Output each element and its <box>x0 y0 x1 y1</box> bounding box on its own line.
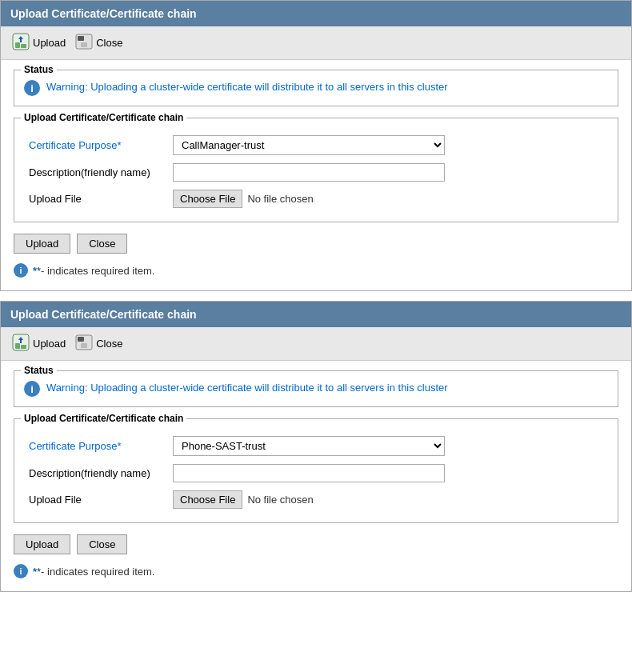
panel-2-bottom-buttons: Upload Close <box>14 534 618 554</box>
panel-2-warning-text: Warning: Uploading a cluster-wide certif… <box>46 381 448 395</box>
description-input-1[interactable] <box>173 163 445 182</box>
panel-1-toolbar: Upload Close <box>1 26 631 60</box>
panel-1-form-box: Upload Certificate/Certificate chain Cer… <box>14 118 618 222</box>
close-toolbar-label-2: Close <box>96 338 122 350</box>
cert-purpose-value-1[interactable]: CallManager-trust CallManager Phone-SAST… <box>168 131 608 159</box>
no-file-text-2: No file chosen <box>247 494 313 506</box>
panel-1-required-note: i **- indicates required item. <box>14 263 618 278</box>
file-row-2: Choose File No file chosen <box>173 490 603 509</box>
description-row-2: Description(friendly name) <box>24 460 608 486</box>
panel-2-form-table: Certificate Purpose CallManager-trust Ca… <box>24 432 608 513</box>
svg-rect-5 <box>78 36 84 41</box>
upload-toolbar-label: Upload <box>33 37 66 49</box>
close-toolbar-label: Close <box>96 37 122 49</box>
panel-2-form-box: Upload Certificate/Certificate chain Cer… <box>14 418 618 523</box>
panel-2-status-legend: Status <box>21 365 57 376</box>
upload-file-label-2: Upload File <box>24 486 168 513</box>
panel-1-header: Upload Certificate/Certificate chain <box>1 1 631 26</box>
info-icon-small-1: i <box>14 263 28 278</box>
description-row-1: Description(friendly name) <box>24 159 608 186</box>
no-file-text-1: No file chosen <box>247 193 313 205</box>
cert-purpose-value-2[interactable]: CallManager-trust CallManager Phone-SAST… <box>168 432 608 460</box>
description-value-1[interactable] <box>168 159 608 186</box>
panel-2-status-box: Status i Warning: Uploading a cluster-wi… <box>14 370 618 407</box>
panel-2-status-row: i Warning: Uploading a cluster-wide cert… <box>24 378 608 397</box>
panel-1-form-legend: Upload Certificate/Certificate chain <box>21 112 186 123</box>
upload-icon <box>12 33 30 53</box>
panel-1-close-toolbar-button[interactable]: Close <box>72 32 126 54</box>
upload-file-row-1: Upload File Choose File No file chosen <box>24 186 608 212</box>
upload-file-label-1: Upload File <box>24 186 168 212</box>
description-label-2: Description(friendly name) <box>24 460 168 486</box>
upload-file-cell-2: Choose File No file chosen <box>168 486 608 513</box>
panel-1-status-row: i Warning: Uploading a cluster-wide cert… <box>24 77 608 96</box>
panel-1-upload-button[interactable]: Upload <box>14 234 70 254</box>
cert-purpose-label-1: Certificate Purpose <box>24 131 168 159</box>
panel-2-header: Upload Certificate/Certificate chain <box>1 302 631 327</box>
cert-purpose-select-2[interactable]: CallManager-trust CallManager Phone-SAST… <box>173 436 445 456</box>
svg-rect-13 <box>81 343 87 348</box>
svg-rect-6 <box>81 42 87 47</box>
cert-purpose-select-1[interactable]: CallManager-trust CallManager Phone-SAST… <box>173 135 445 155</box>
info-icon-small-2: i <box>14 564 28 578</box>
required-note-text-2: **- indicates required item. <box>33 566 154 578</box>
panel-1-form-table: Certificate Purpose CallManager-trust Ca… <box>24 131 608 212</box>
description-input-2[interactable] <box>173 464 445 482</box>
close-icon <box>75 34 93 52</box>
svg-rect-2 <box>21 44 26 48</box>
upload-toolbar-label-2: Upload <box>33 338 66 350</box>
panel-1-bottom-buttons: Upload Close <box>14 234 618 254</box>
panel-1: Upload Certificate/Certificate chain Upl… <box>0 0 632 291</box>
panel-1-close-button[interactable]: Close <box>77 234 127 254</box>
panel-2: Upload Certificate/Certificate chain Upl… <box>0 301 632 592</box>
panel-2-required-note: i **- indicates required item. <box>14 564 618 578</box>
svg-rect-8 <box>15 343 20 349</box>
description-label-1: Description(friendly name) <box>24 159 168 186</box>
choose-file-button-1[interactable]: Choose File <box>173 190 242 208</box>
panel-2-title: Upload Certificate/Certificate chain <box>10 308 197 321</box>
panel-1-status-legend: Status <box>21 64 57 75</box>
cert-purpose-row-2: Certificate Purpose CallManager-trust Ca… <box>24 432 608 460</box>
panel-2-body: Status i Warning: Uploading a cluster-wi… <box>1 361 631 591</box>
panel-2-upload-toolbar-button[interactable]: Upload <box>9 332 69 355</box>
panel-2-upload-button[interactable]: Upload <box>14 534 70 554</box>
upload-file-row-2: Upload File Choose File No file chosen <box>24 486 608 513</box>
panel-2-toolbar: Upload Close <box>1 327 631 361</box>
upload-icon-2 <box>12 334 30 354</box>
choose-file-button-2[interactable]: Choose File <box>173 490 242 509</box>
cert-purpose-row-1: Certificate Purpose CallManager-trust Ca… <box>24 131 608 159</box>
svg-rect-1 <box>15 42 20 48</box>
panel-2-close-button[interactable]: Close <box>77 534 127 554</box>
panel-1-title: Upload Certificate/Certificate chain <box>10 7 197 20</box>
panel-1-upload-toolbar-button[interactable]: Upload <box>9 31 69 54</box>
panel-1-status-box: Status i Warning: Uploading a cluster-wi… <box>14 70 618 106</box>
upload-file-cell-1: Choose File No file chosen <box>168 186 608 212</box>
info-icon-1: i <box>24 80 40 96</box>
description-value-2[interactable] <box>168 460 608 486</box>
required-note-text-1: **- indicates required item. <box>33 265 154 277</box>
panel-1-body: Status i Warning: Uploading a cluster-wi… <box>1 60 631 290</box>
close-icon-2 <box>75 334 93 353</box>
cert-purpose-label-2: Certificate Purpose <box>24 432 168 460</box>
panel-2-close-toolbar-button[interactable]: Close <box>72 333 126 354</box>
file-row-1: Choose File No file chosen <box>173 190 603 208</box>
panel-1-warning-text: Warning: Uploading a cluster-wide certif… <box>46 80 448 94</box>
svg-rect-12 <box>78 337 84 342</box>
panel-2-form-legend: Upload Certificate/Certificate chain <box>21 413 186 424</box>
svg-rect-9 <box>21 345 26 349</box>
info-icon-2: i <box>24 381 40 397</box>
